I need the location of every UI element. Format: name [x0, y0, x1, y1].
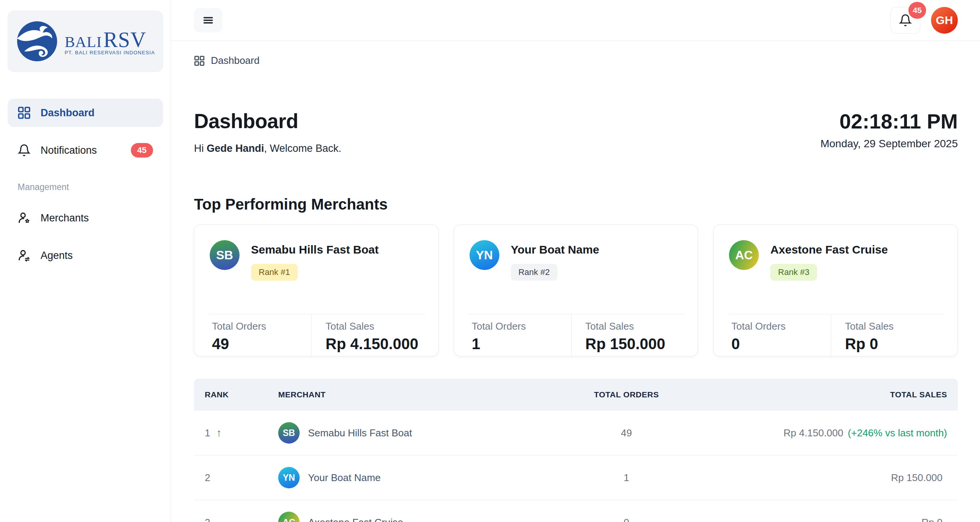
- sidebar-item-label: Agents: [41, 250, 73, 262]
- total-orders-label: Total Orders: [212, 320, 311, 332]
- page-title: Dashboard: [194, 109, 341, 133]
- total-sales-value: Rp 0: [845, 335, 944, 353]
- total-orders-value: 1: [472, 335, 571, 353]
- section-title-top-merchants: Top Performing Merchants: [194, 196, 958, 213]
- rank-badge: Rank #3: [770, 264, 817, 281]
- table-row: 3 AC Axestone Fast Cruise 0 Rp 0: [194, 500, 958, 522]
- main-area: 45 GH Dashboard Dashboard Hi Gede Handi,…: [171, 0, 980, 522]
- rank-badge: Rank #2: [511, 264, 558, 281]
- merchant-name: Semabu Hills Fast Boat: [308, 427, 412, 439]
- merchant-card: YN Your Boat Name Rank #2 Total Orders 1…: [454, 224, 698, 356]
- merchant-name: Your Boat Name: [308, 472, 381, 484]
- table-row: 1 ↑ SB Semabu Hills Fast Boat 49 Rp 4.15…: [194, 411, 958, 455]
- sidebar-item-label: Dashboard: [41, 107, 95, 119]
- column-header-rank: RANK: [194, 390, 278, 399]
- sidebar-toggle-button[interactable]: [194, 8, 222, 33]
- brand-name: BALI RSV: [65, 28, 155, 52]
- rank-number: 3: [205, 517, 210, 522]
- sidebar-section-management: Management: [18, 182, 163, 192]
- trend-up-icon: ↑: [216, 427, 222, 439]
- merchant-name: Axestone Fast Cruise: [770, 243, 888, 256]
- sidebar: BALI RSV PT. BALI RESERVASI INDONESIA Da…: [0, 0, 171, 522]
- total-orders-value: 0: [731, 335, 831, 353]
- total-orders-value: 49: [212, 335, 311, 353]
- brand-subtitle: PT. BALI RESERVASI INDONESIA: [65, 50, 155, 55]
- sidebar-nav: Dashboard Notifications 45 Management Me…: [8, 99, 163, 270]
- topbar: 45 GH: [171, 0, 980, 41]
- merchant-name: Your Boat Name: [511, 243, 599, 256]
- rank-number: 2: [205, 472, 210, 484]
- sidebar-item-notifications[interactable]: Notifications 45: [8, 136, 163, 164]
- total-sales-value: Rp 4.150.000: [326, 335, 425, 353]
- date: Monday, 29 September 2025: [820, 138, 958, 150]
- sales-value: Rp 4.150.000: [783, 427, 843, 439]
- app-root: BALI RSV PT. BALI RESERVASI INDONESIA Da…: [0, 0, 980, 522]
- merchant-name: Axestone Fast Cruise: [308, 517, 403, 522]
- column-header-merchant: MERCHANT: [278, 390, 546, 399]
- column-header-total-sales: TOTAL SALES: [707, 390, 958, 399]
- merchant-user-star-icon: [18, 211, 31, 224]
- merchant-card: AC Axestone Fast Cruise Rank #3 Total Or…: [713, 224, 958, 356]
- sales-value: Rp 150.000: [891, 472, 942, 483]
- orders-value: 0: [546, 517, 707, 522]
- sidebar-item-label: Notifications: [41, 145, 97, 156]
- breadcrumb-label: Dashboard: [211, 55, 259, 67]
- sales-value: Rp 0: [921, 517, 942, 522]
- rank-badge: Rank #1: [251, 264, 298, 281]
- bell-icon: [18, 144, 31, 157]
- brand-wave-icon: [16, 20, 59, 63]
- bell-icon: [899, 14, 912, 27]
- notifications-count-badge: 45: [131, 143, 153, 158]
- orders-value: 49: [546, 427, 707, 439]
- orders-value: 1: [546, 472, 707, 484]
- merchant-avatar: YN: [278, 467, 300, 488]
- merchants-table: RANK MERCHANT TOTAL ORDERS TOTAL SALES 1…: [194, 379, 958, 522]
- notifications-count-badge: 45: [908, 2, 926, 19]
- greeting-text: Hi Gede Handi, Welcome Back.: [194, 143, 341, 154]
- sidebar-item-dashboard[interactable]: Dashboard: [8, 99, 163, 127]
- merchant-card: SB Semabu Hills Fast Boat Rank #1 Total …: [194, 224, 439, 356]
- total-sales-label: Total Sales: [585, 320, 685, 332]
- total-sales-label: Total Sales: [326, 320, 425, 332]
- sidebar-item-merchants[interactable]: Merchants: [8, 204, 163, 232]
- total-orders-label: Total Orders: [472, 320, 571, 332]
- rank-number: 1: [205, 427, 210, 439]
- notifications-button[interactable]: 45: [890, 7, 920, 34]
- merchant-cards: SB Semabu Hills Fast Boat Rank #1 Total …: [194, 224, 958, 356]
- merchant-avatar: SB: [210, 240, 240, 270]
- user-name: Gede Handi: [207, 143, 264, 154]
- breadcrumb[interactable]: Dashboard: [194, 55, 958, 67]
- grid-icon: [194, 55, 205, 66]
- sales-trend-note: (+246% vs last month): [848, 427, 947, 439]
- merchant-avatar: YN: [470, 240, 499, 270]
- brand-logo: BALI RSV PT. BALI RESERVASI INDONESIA: [8, 11, 163, 72]
- sidebar-item-label: Merchants: [41, 212, 89, 224]
- table-row: 2 YN Your Boat Name 1 Rp 150.000: [194, 455, 958, 500]
- page-content: Dashboard Dashboard Hi Gede Handi, Welco…: [171, 41, 980, 522]
- user-avatar[interactable]: GH: [931, 7, 958, 34]
- column-header-total-orders: TOTAL ORDERS: [546, 390, 707, 399]
- total-sales-value: Rp 150.000: [585, 335, 685, 353]
- sidebar-item-agents[interactable]: Agents: [8, 241, 163, 270]
- grid-icon: [18, 106, 31, 119]
- table-header-row: RANK MERCHANT TOTAL ORDERS TOTAL SALES: [194, 379, 958, 411]
- total-sales-label: Total Sales: [845, 320, 944, 332]
- total-orders-label: Total Orders: [731, 320, 831, 332]
- merchant-avatar: SB: [278, 422, 300, 444]
- merchant-avatar: AC: [729, 240, 759, 270]
- merchant-name: Semabu Hills Fast Boat: [251, 243, 378, 256]
- hamburger-icon: [202, 14, 214, 26]
- agent-user-arrows-icon: [18, 249, 31, 262]
- clock: 02:18:11 PM: [820, 109, 958, 133]
- merchant-avatar: AC: [278, 512, 300, 522]
